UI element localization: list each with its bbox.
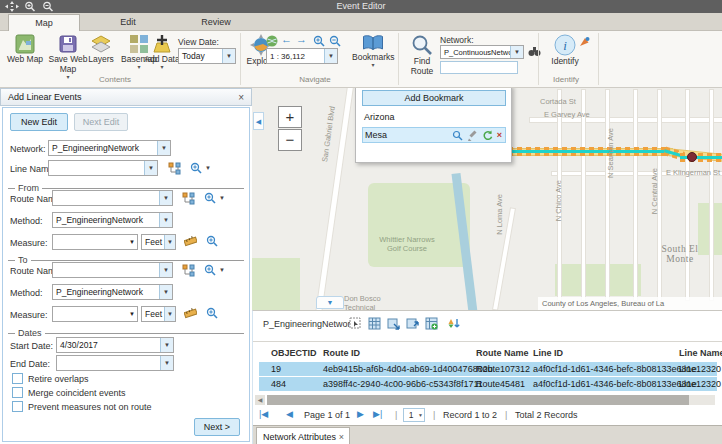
retire-overlaps-checkbox[interactable] xyxy=(12,373,23,384)
previous-extent-icon[interactable]: ← xyxy=(281,33,292,45)
zoom-to-bookmark-icon[interactable] xyxy=(452,130,463,141)
select-route-on-map-icon[interactable] xyxy=(182,264,195,277)
next-page-icon[interactable]: ▶ xyxy=(357,409,364,419)
add-data-caret-icon[interactable]: ▾ xyxy=(144,65,180,70)
column-header-objectid[interactable]: OBJECTID xyxy=(271,348,317,358)
from-route-name-field[interactable]: ▼ xyxy=(52,190,173,206)
table-row[interactable]: 484 a398ff4c-2940-4c00-96b6-c5343f8f1711… xyxy=(259,377,717,391)
zoom-to-line-icon[interactable] xyxy=(190,162,202,174)
to-route-name-field[interactable]: ▼ xyxy=(52,262,173,278)
edit-bookmark-icon[interactable] xyxy=(467,130,478,141)
scrollbar-thumb[interactable] xyxy=(267,395,689,405)
start-date-field[interactable]: 4/30/2017▼ xyxy=(56,337,174,353)
last-page-icon[interactable]: ▶| xyxy=(373,409,382,419)
start-date-caret-icon[interactable]: ▼ xyxy=(160,338,173,352)
page-select-caret-icon[interactable]: ▼ xyxy=(418,412,424,418)
network-caret-icon[interactable]: ▼ xyxy=(510,46,523,58)
zoom-menu-caret-icon[interactable]: ▼ xyxy=(205,165,211,171)
measure-caret-icon[interactable]: ▼ xyxy=(129,311,135,317)
horizontal-scrollbar[interactable] xyxy=(267,395,715,405)
column-header-route-id[interactable]: Route ID xyxy=(323,348,360,358)
table-row[interactable]: 19 4eb9415b-af6b-4d04-ab69-1d400476802b … xyxy=(259,362,717,376)
previous-page-icon[interactable]: ◀ xyxy=(286,409,293,419)
end-date-field[interactable]: ▼ xyxy=(56,355,174,371)
map-zoom-in-button[interactable]: + xyxy=(278,106,302,128)
select-line-on-map-icon[interactable] xyxy=(168,162,181,175)
from-method-field[interactable]: P_EngineeringNetwork▼ xyxy=(52,212,173,228)
to-measure-unit-select[interactable]: Feet▼ xyxy=(141,306,176,322)
pan-to-selection-icon[interactable] xyxy=(406,317,419,330)
web-map-button[interactable]: Web Map xyxy=(4,34,46,65)
tab-review[interactable]: Review xyxy=(176,14,256,31)
tab-edit[interactable]: Edit xyxy=(92,14,164,31)
tab-map[interactable]: Map xyxy=(8,14,80,31)
network-select[interactable]: P_ContinuousNetwork ▼ xyxy=(440,45,524,59)
delete-bookmark-icon[interactable]: × xyxy=(497,130,502,141)
column-header-line-name[interactable]: Line Name xyxy=(679,348,722,358)
to-measure-field[interactable]: ▼ xyxy=(52,306,138,322)
select-route-on-map-icon[interactable] xyxy=(182,192,195,205)
close-tab-icon[interactable]: × xyxy=(339,428,344,444)
measure-on-map-icon[interactable] xyxy=(184,307,197,320)
add-bookmark-button[interactable]: Add Bookmark xyxy=(362,90,506,106)
unit-caret-icon[interactable]: ▼ xyxy=(164,307,175,321)
unit-caret-icon[interactable]: ▼ xyxy=(164,235,175,249)
zoom-menu-caret-icon[interactable]: ▼ xyxy=(219,267,225,273)
scale-select[interactable]: 1 : 36,112 ▼ xyxy=(266,48,338,64)
from-route-caret-icon[interactable]: ▼ xyxy=(159,191,172,205)
new-edit-button[interactable]: New Edit xyxy=(10,113,68,131)
map-canvas[interactable]: Cortada St E Garvey Ave N Seaman Ave N C… xyxy=(252,88,722,310)
add-data-button[interactable]: Add Data ▾ xyxy=(144,34,180,70)
from-method-caret-icon[interactable]: ▼ xyxy=(159,213,172,227)
next-button[interactable]: Next > xyxy=(194,418,240,436)
binoculars-icon[interactable] xyxy=(528,46,541,57)
measure-on-map-icon[interactable] xyxy=(184,235,197,248)
measure-caret-icon[interactable]: ▼ xyxy=(129,239,135,245)
column-header-route-name[interactable]: Route Name xyxy=(476,348,529,358)
from-measure-field[interactable]: ▼ xyxy=(52,234,138,250)
next-edit-button[interactable]: Next Edit xyxy=(74,113,128,131)
from-measure-unit-select[interactable]: Feet▼ xyxy=(141,234,176,250)
view-date-caret-icon[interactable]: ▼ xyxy=(222,49,235,63)
scroll-left-icon[interactable]: ◀ xyxy=(255,395,265,405)
bookmarks-button[interactable]: Bookmarks ▾ xyxy=(352,34,394,68)
panel-close-icon[interactable]: × xyxy=(238,89,244,106)
zoom-to-route-icon[interactable] xyxy=(204,264,216,276)
pushpin-icon[interactable] xyxy=(578,36,590,48)
to-method-caret-icon[interactable]: ▼ xyxy=(159,285,172,299)
network-field-caret-icon[interactable]: ▼ xyxy=(157,141,170,155)
refresh-bookmark-icon[interactable] xyxy=(482,130,493,141)
to-route-caret-icon[interactable]: ▼ xyxy=(159,263,172,277)
bookmark-item-arizona[interactable]: Arizona xyxy=(362,111,506,124)
first-page-icon[interactable]: |◀ xyxy=(259,409,268,419)
collapse-table-icon[interactable]: ▼ xyxy=(316,296,344,309)
collapse-panel-icon[interactable]: ◀ xyxy=(253,112,264,130)
selection-table-icon[interactable] xyxy=(425,317,438,330)
end-date-caret-icon[interactable]: ▼ xyxy=(160,356,173,370)
globe-icon[interactable] xyxy=(266,35,278,47)
zoom-to-selection-icon[interactable] xyxy=(387,317,400,330)
network-field[interactable]: P_EngineeringNetwork ▼ xyxy=(48,140,171,156)
bookmark-item-mesa[interactable]: Mesa × xyxy=(362,127,506,143)
map-zoom-out-button[interactable]: − xyxy=(278,129,302,151)
bookmarks-caret-icon[interactable]: ▾ xyxy=(352,63,394,68)
line-name-field[interactable]: ▼ xyxy=(48,160,158,176)
zoom-in-map-icon[interactable] xyxy=(313,35,325,47)
save-web-map-button[interactable]: Save Web Map ▾ xyxy=(48,34,88,80)
next-extent-icon[interactable]: → xyxy=(296,33,307,45)
sort-icon[interactable] xyxy=(448,317,461,330)
to-method-field[interactable]: P_EngineeringNetwork▼ xyxy=(52,284,173,300)
prevent-measures-checkbox[interactable] xyxy=(12,401,23,412)
zoom-to-route-icon[interactable] xyxy=(204,192,216,204)
view-date-select[interactable]: Today ▼ xyxy=(178,48,236,64)
zoom-out-map-icon[interactable] xyxy=(329,35,341,47)
layers-button[interactable]: Layers xyxy=(84,34,118,65)
zoom-to-measure-icon[interactable] xyxy=(206,235,218,247)
table-options-icon[interactable] xyxy=(368,317,381,330)
page-select[interactable]: 1 ▼ xyxy=(403,408,425,422)
tab-network-attributes[interactable]: Network Attributes × xyxy=(256,427,350,444)
column-header-line-id[interactable]: Line ID xyxy=(533,348,563,358)
merge-coincident-checkbox[interactable] xyxy=(12,387,23,398)
line-name-caret-icon[interactable]: ▼ xyxy=(144,161,157,175)
select-records-icon[interactable] xyxy=(349,317,362,330)
